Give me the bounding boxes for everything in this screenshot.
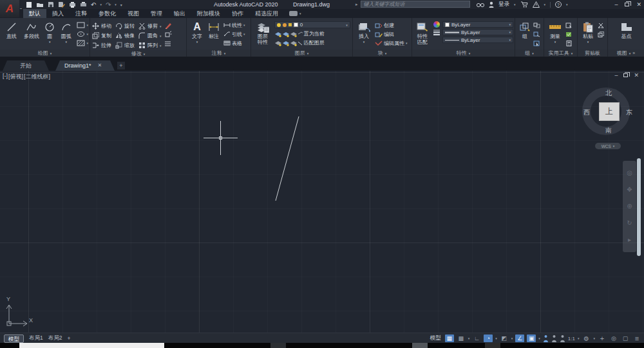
move-button[interactable]: 移动 — [92, 23, 111, 30]
line-button[interactable]: 直线 — [2, 19, 21, 50]
scale-button[interactable]: 缩放 — [115, 42, 135, 49]
text-button[interactable]: A 文字 ▾ — [189, 19, 205, 50]
app-logo[interactable]: A — [0, 0, 19, 17]
scale-caret-icon[interactable]: ▾ — [578, 336, 580, 340]
polyline-button[interactable]: 多段线 — [21, 19, 42, 50]
search-input[interactable]: 键入关键字或短语 — [361, 1, 470, 8]
calculator-button[interactable] — [565, 39, 573, 47]
panel-group-label[interactable]: 组▾ — [515, 50, 544, 57]
grid-toggle[interactable]: ▦ — [445, 334, 454, 342]
drawn-line[interactable] — [0, 71, 644, 333]
layer-on-bulb-icon[interactable] — [277, 23, 281, 27]
undo-caret-icon[interactable]: ▾ — [100, 3, 102, 6]
layout2-tab[interactable]: 布局2 — [48, 334, 62, 342]
layout1-tab[interactable]: 布局1 — [29, 334, 43, 342]
ellipse-button[interactable]: ▾ — [77, 30, 88, 38]
ribbon-display-toggle[interactable]: ▾ — [289, 9, 301, 18]
annotation-scale-person-icon[interactable] — [560, 334, 565, 342]
new-file-icon[interactable] — [26, 1, 32, 8]
layer-select[interactable]: 0 ▾ — [274, 21, 350, 28]
isodraft-caret-icon[interactable]: ▾ — [511, 336, 513, 340]
dimension-button[interactable]: 标注 — [205, 19, 222, 50]
file-tab-drawing1[interactable]: Drawing1* ✕ — [55, 60, 115, 71]
redo-icon[interactable]: ↷ — [106, 1, 111, 8]
base-point-button[interactable]: 基点 — [616, 19, 637, 50]
qat-customize-icon[interactable]: ▾ — [120, 3, 122, 7]
cart-icon[interactable] — [520, 1, 528, 8]
workspace-caret-icon[interactable]: ▾ — [593, 336, 595, 340]
plot-icon[interactable] — [69, 1, 76, 8]
set-current-layer-button[interactable]: 置为当前 — [274, 30, 351, 37]
ribbon-tab-parametric[interactable]: 参数化 — [93, 9, 122, 18]
save-as-icon[interactable] — [58, 1, 65, 8]
cut-button[interactable] — [598, 21, 605, 29]
undo-icon[interactable]: ↶ — [91, 1, 96, 8]
search-expand-icon[interactable]: ▸ — [355, 2, 358, 7]
trim-button[interactable]: 修剪▾ — [138, 23, 162, 30]
linetype-select[interactable]: ByLayer ▾ — [442, 37, 513, 43]
snap-caret-icon[interactable]: ▾ — [468, 336, 470, 340]
linear-dim-button[interactable]: 线性▾ — [223, 21, 245, 29]
isolate-objects-toggle[interactable]: ◎ — [609, 334, 618, 342]
annotation-monitor-toggle[interactable]: + — [598, 334, 607, 342]
ortho-toggle[interactable]: ∟ — [472, 334, 481, 342]
ribbon-tab-manage[interactable]: 管理 — [145, 9, 168, 18]
annotation-visibility-toggle[interactable] — [543, 334, 549, 342]
close-button[interactable]: ✕ — [636, 1, 641, 8]
ribbon-tab-collaborate[interactable]: 协作 — [226, 9, 249, 18]
insert-block-button[interactable]: 插入 ▾ — [355, 19, 373, 50]
sign-in-button[interactable]: 登录 — [498, 1, 509, 8]
clean-screen-toggle[interactable]: ▢ — [621, 334, 630, 342]
user-icon[interactable] — [489, 1, 494, 8]
signin-caret-icon[interactable]: ▾ — [514, 3, 516, 6]
overkill-button[interactable] — [164, 39, 172, 47]
copy-clip-button[interactable] — [598, 30, 605, 38]
ribbon-tab-output[interactable]: 输出 — [168, 9, 191, 18]
paste-button[interactable]: 粘贴 ▾ — [580, 19, 596, 50]
file-tab-close-icon[interactable]: ✕ — [98, 60, 102, 71]
copy-button[interactable]: 复制 — [92, 32, 111, 39]
panel-properties-label[interactable]: 特性▾ — [412, 50, 515, 57]
annotation-scale-value[interactable]: 1:1 — [568, 336, 575, 342]
help-icon[interactable]: ? — [555, 1, 562, 8]
layer-lock-icon[interactable] — [289, 23, 292, 26]
search-binoculars-icon[interactable] — [477, 2, 484, 8]
ribbon-tab-default[interactable]: 默认 — [23, 9, 46, 18]
panel-block-label[interactable]: 块▾ — [353, 50, 412, 57]
panel-draw-label[interactable]: 绘图▾ — [0, 50, 90, 57]
measure-button[interactable]: 测量 ▾ — [546, 19, 564, 50]
status-model-label[interactable]: 模型 — [430, 334, 441, 342]
workspace-gear-icon[interactable]: ⚙ — [582, 334, 591, 342]
layer-color-swatch[interactable] — [294, 23, 298, 27]
panel-utilities-label[interactable]: 实用工具▾ — [544, 50, 577, 57]
ungroup-button[interactable] — [533, 21, 540, 29]
table-button[interactable]: 表格 — [223, 39, 245, 47]
ribbon-tab-featured-apps[interactable]: 精选应用 — [249, 9, 284, 18]
edit-attributes-button[interactable]: 编辑属性▾ — [375, 39, 408, 47]
snap-toggle[interactable]: ▩ — [457, 334, 466, 342]
match-layer-button[interactable]: 匹配图层 — [274, 39, 351, 46]
polar-tracking-toggle[interactable]: ◔ — [484, 334, 493, 342]
mirror-button[interactable]: 镜像 — [115, 32, 135, 39]
panel-annotation-label[interactable]: 注释▾ — [187, 50, 251, 57]
alert-caret-icon[interactable]: ▾ — [544, 3, 546, 6]
help-caret-icon[interactable]: ▾ — [566, 3, 568, 6]
arc-button[interactable]: 圆弧 ▾ — [57, 19, 75, 50]
object-color-select[interactable]: ByLayer ▾ — [442, 21, 513, 28]
panel-clipboard-label[interactable]: 剪贴板 — [578, 50, 607, 57]
osnap-caret-icon[interactable]: ▾ — [538, 336, 540, 340]
annotation-autoscale-toggle[interactable] — [551, 334, 557, 342]
print-icon[interactable] — [80, 1, 87, 8]
fillet-button[interactable]: 圆角▾ — [138, 32, 162, 39]
ribbon-tab-insert[interactable]: 插入 — [46, 9, 70, 18]
layer-freeze-sun-icon[interactable] — [283, 23, 287, 27]
layer-properties-button[interactable]: 图层 特性 — [253, 19, 272, 50]
save-icon[interactable] — [48, 1, 54, 8]
create-block-button[interactable]: 创建 — [375, 21, 408, 29]
model-tab[interactable]: 模型 — [4, 334, 24, 343]
drawing-canvas[interactable]: [-] [俯视] [二维线框] – ✕ 北 南 西 东 上 WCS▾ ◎ ✥ ⊕… — [0, 71, 644, 333]
ribbon-tab-view[interactable]: 视图 — [122, 9, 145, 18]
group-button[interactable]: 组 — [517, 19, 533, 50]
object-snap-toggle[interactable]: ▣ — [527, 334, 536, 342]
leader-button[interactable]: 引线▾ — [223, 30, 245, 38]
